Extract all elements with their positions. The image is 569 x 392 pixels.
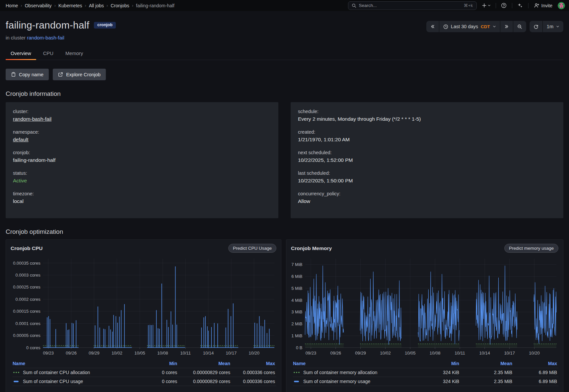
- time-range-group: Last 30 days CDT: [426, 21, 526, 32]
- breadcrumb-item-observability[interactable]: Observability: [25, 3, 52, 8]
- time-shift-forward-button[interactable]: [500, 21, 513, 32]
- field-value: Allow: [298, 198, 556, 204]
- invite-button[interactable]: Invite: [532, 3, 554, 8]
- cluster-subtitle: in cluster random-bash-fail: [6, 35, 116, 40]
- breadcrumb-item-cronjobs[interactable]: Cronjobs: [110, 3, 129, 8]
- chevron-down-icon: [556, 25, 559, 28]
- field-label: concurrency_policy:: [298, 191, 556, 196]
- time-range-picker[interactable]: Last 30 days CDT: [439, 21, 500, 32]
- search-icon: [352, 3, 356, 8]
- field-value[interactable]: random-bash-fail: [13, 116, 271, 122]
- svg-text:7 MiB: 7 MiB: [291, 262, 302, 267]
- cluster-link[interactable]: random-bash-fail: [27, 35, 64, 40]
- ai-assistant-button[interactable]: [516, 1, 525, 10]
- legend-header-min[interactable]: Min: [422, 361, 461, 366]
- info-field: cluster:random-bash-fail: [13, 109, 271, 122]
- predict-button[interactable]: Predict memory usage: [504, 244, 558, 253]
- breadcrumb-item-kubernetes[interactable]: Kubernetes: [58, 3, 82, 8]
- field-value: 1/21/1970, 1:01:20 AM: [298, 137, 556, 143]
- svg-text:09/29: 09/29: [355, 351, 366, 356]
- legend-value-min: 324 KiB: [422, 370, 461, 375]
- chart-plot-area[interactable]: 0 B1 MiB2 MiB3 MiB4 MiB5 MiB6 MiB7 MiB09…: [286, 254, 563, 358]
- svg-text:10/14: 10/14: [203, 351, 214, 356]
- double-chevron-right-icon: [504, 24, 509, 29]
- legend-row: Sum of container memory allocation324 Ki…: [293, 368, 558, 377]
- cronjob-info-panel-left: cluster:random-bash-failnamespace:defaul…: [6, 102, 278, 218]
- predict-button[interactable]: Predict CPU Usage: [228, 244, 276, 253]
- field-value: failing-random-half: [13, 157, 271, 163]
- legend-header-mean[interactable]: Mean: [178, 361, 232, 366]
- legend-header-min[interactable]: Min: [140, 361, 178, 366]
- svg-text:09/26: 09/26: [330, 351, 341, 356]
- legend-header-name[interactable]: Name: [13, 361, 140, 366]
- chart-svg: 0 cores0.00005 cores0.0001 cores0.00015 …: [8, 255, 278, 357]
- legend-header-mean[interactable]: Mean: [461, 361, 514, 366]
- tab-cpu[interactable]: CPU: [38, 48, 58, 60]
- cronjob-optimization: Cronjob CPUPredict CPU Usage0 cores0.000…: [6, 239, 563, 392]
- chevron-down-icon: [493, 25, 496, 28]
- add-button[interactable]: [480, 1, 492, 10]
- svg-text:09/23: 09/23: [306, 351, 317, 356]
- field-label: created:: [298, 129, 556, 135]
- refresh-interval-label: 1m: [547, 24, 553, 29]
- refresh-interval-picker[interactable]: 1m: [543, 21, 563, 32]
- copy-name-button[interactable]: Copy name: [6, 69, 49, 80]
- field-value[interactable]: default: [13, 137, 271, 143]
- cronjob-type-badge: cronjob: [94, 22, 116, 29]
- dotted-line-series-icon: [293, 371, 300, 374]
- chart-title: Cronjob Memory: [291, 245, 332, 251]
- page-content: failing-random-half cronjob in cluster r…: [0, 20, 569, 392]
- breadcrumb-item-home[interactable]: Home: [6, 3, 18, 8]
- svg-text:0 B: 0 B: [296, 345, 303, 350]
- chevron-down-icon: [488, 4, 491, 7]
- field-label: last scheduled:: [298, 170, 556, 176]
- zoom-out-icon: [517, 24, 522, 29]
- legend-series-name[interactable]: Sum of container CPU allocation: [23, 370, 90, 375]
- invite-label: Invite: [541, 3, 552, 8]
- page-title: failing-random-half: [6, 20, 89, 31]
- legend-value-mean: 0.00000829 cores: [178, 379, 232, 384]
- search-shortcut: ⌘+k: [464, 3, 473, 8]
- field-value: Every 2 minutes, Monday through Friday (…: [298, 116, 556, 122]
- tab-memory[interactable]: Memory: [60, 48, 88, 60]
- field-label: timezone:: [13, 191, 271, 196]
- svg-text:09/26: 09/26: [66, 351, 77, 356]
- legend-series-name[interactable]: Sum of container CPU usage: [23, 379, 83, 384]
- legend-header-name[interactable]: Name: [293, 361, 422, 366]
- search-input[interactable]: Search... ⌘+k: [348, 1, 477, 10]
- field-value: local: [13, 198, 271, 204]
- svg-text:0 cores: 0 cores: [26, 345, 40, 350]
- info-field: last scheduled:10/22/2025, 1:50:00 PM: [298, 170, 556, 184]
- field-label: namespace:: [13, 129, 271, 135]
- search-placeholder: Search...: [359, 3, 461, 8]
- legend-header-max[interactable]: Max: [232, 361, 276, 366]
- legend-series-name[interactable]: Sum of container memory usage: [303, 379, 370, 384]
- section-title-optimization: Cronjob optimization: [6, 228, 563, 235]
- legend-value-max: 6.89 MiB: [514, 379, 558, 384]
- topbar-actions: Invite: [480, 1, 565, 10]
- field-label: cluster:: [13, 109, 271, 114]
- chart-plot-area[interactable]: 0 cores0.00005 cores0.0001 cores0.00015 …: [6, 254, 281, 358]
- info-field: namespace:default: [13, 129, 271, 143]
- chart-svg: 0 B1 MiB2 MiB3 MiB4 MiB5 MiB6 MiB7 MiB09…: [288, 255, 560, 357]
- legend-series-name[interactable]: Sum of container memory allocation: [303, 370, 377, 375]
- refresh-group: 1m: [530, 21, 563, 32]
- breadcrumb: Home›Observability›Kubernetes›All jobs›C…: [6, 3, 345, 8]
- svg-text:0.0003 cores: 0.0003 cores: [16, 273, 41, 278]
- chart-legend: NameMinMeanMaxSum of container CPU alloc…: [13, 359, 276, 386]
- svg-text:10/11: 10/11: [455, 351, 465, 356]
- refresh-button[interactable]: [530, 21, 542, 32]
- help-button[interactable]: [499, 1, 509, 10]
- breadcrumb-item-all-jobs[interactable]: All jobs: [89, 3, 104, 8]
- zoom-out-button[interactable]: [513, 21, 526, 32]
- tab-overview[interactable]: Overview: [6, 48, 36, 60]
- breadcrumb-separator: ›: [85, 3, 86, 8]
- divider: [512, 3, 512, 8]
- legend-header-max[interactable]: Max: [514, 361, 558, 366]
- svg-text:10/02: 10/02: [111, 351, 122, 356]
- explore-cronjob-button[interactable]: Explore Cronjob: [53, 69, 106, 80]
- svg-text:5 MiB: 5 MiB: [291, 286, 302, 291]
- svg-text:0.00005 cores: 0.00005 cores: [13, 333, 40, 338]
- user-avatar[interactable]: [558, 2, 565, 9]
- time-shift-back-button[interactable]: [426, 21, 439, 32]
